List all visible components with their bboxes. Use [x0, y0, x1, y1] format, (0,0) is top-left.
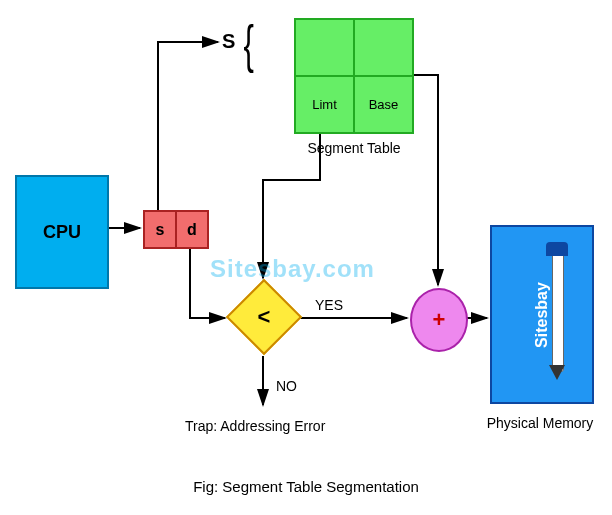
adder-op: +: [433, 307, 446, 333]
offset-cell: d: [175, 210, 209, 249]
adder-node: +: [410, 288, 468, 352]
logical-address: s d: [143, 210, 209, 249]
segment-cell: s: [143, 210, 177, 249]
segment-table-cell: [294, 18, 355, 77]
pen-icon: [552, 250, 564, 372]
base-header: Base: [353, 75, 414, 134]
compare-decision: [226, 279, 302, 355]
segment-table-label: Segment Table: [294, 140, 414, 156]
diagram-canvas: CPU s d S { Limt Base Segment Table < YE…: [0, 0, 612, 515]
figure-caption: Fig: Segment Table Segmentation: [0, 478, 612, 495]
cpu-block: CPU: [15, 175, 109, 289]
cpu-label: CPU: [43, 222, 81, 243]
segment-table-row: [294, 18, 414, 77]
yes-label: YES: [315, 297, 343, 313]
physical-memory-label: Physical Memory: [480, 415, 600, 431]
watermark: Sitesbay.com: [210, 255, 375, 283]
pen-tip-icon: [549, 365, 565, 380]
no-label: NO: [276, 378, 297, 394]
selector-label: S: [222, 30, 235, 53]
trap-label: Trap: Addressing Error: [185, 418, 325, 434]
brace-icon: {: [243, 18, 253, 70]
limit-header: Limt: [294, 75, 355, 134]
physical-memory: Sitesbay: [490, 225, 594, 404]
segment-table-cell: [353, 18, 414, 77]
pen-cap-icon: [546, 242, 568, 256]
segment-table-row: Limt Base: [294, 77, 414, 134]
physmem-brand: Sitesbay: [533, 282, 551, 348]
segment-table: Limt Base: [294, 18, 414, 134]
